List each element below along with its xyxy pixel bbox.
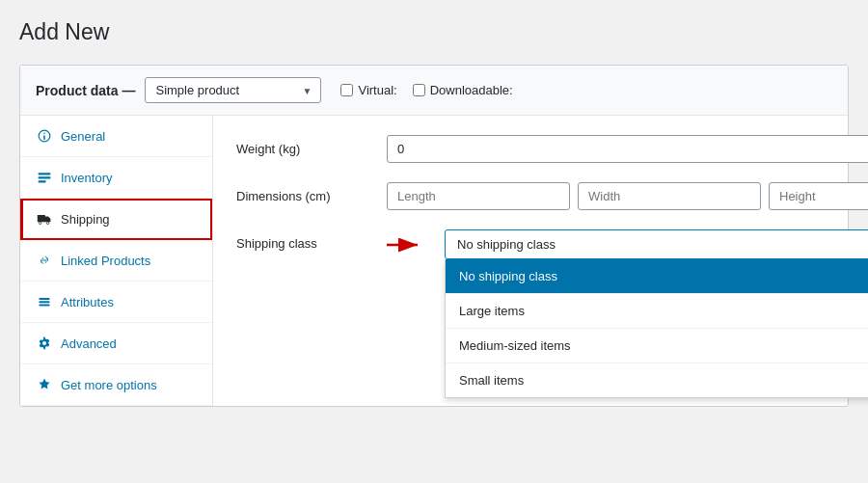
shipping-icon [36,210,53,228]
sidebar-item-general[interactable]: General [20,116,212,157]
dropdown-item-small[interactable]: Small items [446,363,868,397]
svg-rect-7 [39,304,49,306]
dimensions-label: Dimensions (cm) [236,182,371,203]
dropdown-item-large[interactable]: Large items [446,294,868,329]
shipping-class-field-row: Shipping class [236,229,868,259]
sidebar-item-shipping-label: Shipping [61,212,110,227]
virtual-downloadable-group: Virtual: Downloadable: [340,83,512,97]
product-type-select-wrapper: Simple product Grouped product External/… [145,77,321,103]
weight-label: Weight (kg) [236,135,371,156]
sidebar-item-linked-products-label: Linked Products [61,254,150,268]
virtual-text: Virtual: [358,83,396,97]
shipping-class-select[interactable]: No shipping class Large items Medium-siz… [445,229,868,259]
product-data-panel: Product data — Simple product Grouped pr… [19,65,849,407]
svg-rect-2 [39,180,46,182]
dimensions-inputs [387,182,868,210]
attributes-icon [36,293,53,310]
sidebar-item-attributes[interactable]: Attributes [20,282,212,323]
sidebar-item-attributes-label: Attributes [61,295,114,309]
dimensions-field-row: Dimensions (cm) ? [236,182,868,210]
downloadable-label[interactable]: Downloadable: [413,83,513,97]
sidebar-item-get-more-options[interactable]: Get more options [20,364,212,406]
shipping-tab-content: Weight (kg) ? Dimensions (cm) ? [213,116,868,406]
product-data-body: General Inventory [20,116,848,406]
virtual-label[interactable]: Virtual: [340,83,396,97]
downloadable-text: Downloadable: [430,83,513,97]
width-input[interactable] [578,182,761,210]
product-data-label: Product data — [36,83,135,98]
sidebar-item-get-more-options-label: Get more options [61,378,157,392]
sidebar-item-linked-products[interactable]: Linked Products [20,240,212,282]
dropdown-item-medium[interactable]: Medium-sized items [446,329,868,363]
height-input[interactable] [769,182,868,210]
general-icon [36,127,53,145]
shipping-class-dropdown-menu: No shipping class Large items Medium-siz… [445,259,868,398]
weight-field-row: Weight (kg) ? [236,135,868,163]
shipping-class-label: Shipping class [236,229,371,251]
svg-rect-1 [39,176,51,178]
sidebar-nav: General Inventory [20,116,213,406]
sidebar-item-advanced[interactable]: Advanced [20,323,212,364]
shipping-class-wrapper: No shipping class Large items Medium-siz… [445,229,868,259]
product-type-select[interactable]: Simple product Grouped product External/… [145,77,321,103]
inventory-icon [36,169,53,186]
dropdown-item-no-shipping[interactable]: No shipping class [446,259,868,294]
length-input[interactable] [387,182,570,210]
sidebar-item-advanced-label: Advanced [61,336,117,351]
arrow-indicator [387,234,425,255]
svg-point-3 [39,222,41,224]
sidebar-item-general-label: General [61,129,105,144]
svg-rect-0 [39,173,51,174]
page-title: Add New [19,19,849,45]
svg-rect-5 [39,298,49,300]
sidebar-item-inventory-label: Inventory [61,171,112,185]
sidebar-item-shipping[interactable]: Shipping [20,199,212,240]
svg-point-4 [46,222,48,224]
product-data-header: Product data — Simple product Grouped pr… [20,66,848,116]
sidebar-item-inventory[interactable]: Inventory [20,157,212,199]
weight-inputs [387,135,868,163]
star-icon [36,376,53,393]
downloadable-checkbox[interactable] [413,84,425,96]
linked-products-icon [36,252,53,269]
virtual-checkbox[interactable] [340,84,353,96]
svg-rect-6 [39,301,49,303]
advanced-icon [36,335,53,352]
weight-input[interactable] [387,135,868,163]
